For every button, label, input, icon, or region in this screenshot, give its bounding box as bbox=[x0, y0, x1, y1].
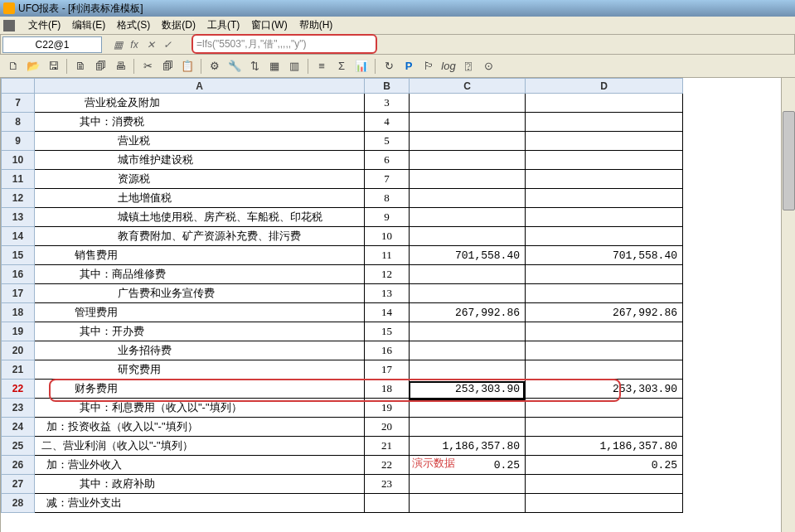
cell-a[interactable]: 其中：政府补助 bbox=[35, 475, 365, 494]
spreadsheet-grid[interactable]: A B C D 7营业税金及附加38其中：消费税49营业税510城市维护建设税6… bbox=[0, 78, 795, 532]
cell-a[interactable]: 业务招待费 bbox=[35, 341, 365, 360]
cell-a[interactable]: 管理费用 bbox=[35, 303, 365, 322]
cell-b[interactable]: 19 bbox=[365, 399, 410, 418]
confirm-icon[interactable]: ✓ bbox=[162, 39, 173, 51]
cell-a[interactable]: 其中：消费税 bbox=[35, 113, 365, 132]
col-header-c[interactable]: C bbox=[410, 79, 526, 94]
cell-c[interactable] bbox=[410, 418, 526, 437]
cell-c[interactable] bbox=[410, 360, 526, 380]
cell-c[interactable] bbox=[410, 284, 526, 303]
copy-icon[interactable]: 🗐 bbox=[159, 58, 176, 75]
cell-c[interactable] bbox=[410, 151, 526, 170]
save-icon[interactable]: 🖫 bbox=[45, 58, 61, 75]
find-icon[interactable]: ⊙ bbox=[480, 58, 497, 75]
col-header-a[interactable]: A bbox=[35, 79, 365, 94]
cell-b[interactable]: 6 bbox=[365, 151, 410, 170]
help-icon[interactable]: ⍰ bbox=[460, 58, 477, 75]
cell-c[interactable]: 253,303.90 bbox=[410, 380, 526, 399]
cell-b[interactable]: 7 bbox=[365, 170, 410, 189]
cell-b[interactable]: 22 bbox=[365, 456, 410, 475]
cell-a[interactable]: 其中：开办费 bbox=[35, 322, 365, 341]
menu-help[interactable]: 帮助(H) bbox=[294, 17, 338, 34]
cell-c[interactable]: 1,186,357.80 bbox=[410, 437, 526, 456]
cell-c[interactable] bbox=[410, 322, 526, 341]
cell-c[interactable] bbox=[410, 494, 526, 513]
cell-d[interactable]: 1,186,357.80 bbox=[526, 437, 683, 456]
cell-c[interactable] bbox=[410, 189, 526, 208]
row-header[interactable]: 24 bbox=[2, 418, 35, 437]
menu-window[interactable]: 窗口(W) bbox=[246, 17, 292, 34]
cell-c[interactable] bbox=[410, 113, 526, 132]
flag-icon[interactable]: 🏳 bbox=[420, 58, 437, 75]
cell-a[interactable]: 二、营业利润（收入以"-"填列） bbox=[35, 437, 365, 456]
cell-b[interactable]: 3 bbox=[365, 94, 410, 113]
row-header[interactable]: 26 bbox=[2, 456, 35, 475]
row-header[interactable]: 10 bbox=[2, 151, 35, 170]
cell-c[interactable] bbox=[410, 341, 526, 360]
cell-d[interactable] bbox=[526, 399, 683, 418]
cell-d[interactable]: 0.25 bbox=[526, 456, 683, 475]
cell-d[interactable] bbox=[526, 494, 683, 513]
cell-b[interactable]: 21 bbox=[365, 437, 410, 456]
cell-a[interactable]: 其中：商品维修费 bbox=[35, 265, 365, 284]
row-header[interactable]: 13 bbox=[2, 208, 35, 227]
cell-c[interactable] bbox=[410, 227, 526, 246]
p-icon[interactable]: P bbox=[400, 58, 417, 75]
menu-file[interactable]: 文件(F) bbox=[23, 17, 65, 34]
cell-d[interactable] bbox=[526, 418, 683, 437]
data-icon[interactable]: 📊 bbox=[353, 58, 370, 75]
cell-d[interactable] bbox=[526, 265, 683, 284]
cell-a[interactable]: 销售费用 bbox=[35, 246, 365, 265]
cell-a[interactable]: 加：营业外收入 bbox=[35, 456, 365, 475]
row-header[interactable]: 23 bbox=[2, 399, 35, 418]
menu-data[interactable]: 数据(D) bbox=[157, 17, 201, 34]
cell-a[interactable]: 研究费用 bbox=[35, 360, 365, 380]
print-icon[interactable]: 🖶 bbox=[112, 58, 128, 75]
cell-b[interactable]: 9 bbox=[365, 208, 410, 227]
cell-a[interactable]: 减：营业外支出 bbox=[35, 494, 365, 513]
cell-a[interactable]: 城镇土地使用税、房产税、车船税、印花税 bbox=[35, 208, 365, 227]
row-header[interactable]: 19 bbox=[2, 322, 35, 341]
cell-reference-box[interactable]: C22@1 bbox=[2, 36, 102, 53]
cell-b[interactable]: 15 bbox=[365, 322, 410, 341]
row-header[interactable]: 28 bbox=[2, 494, 35, 513]
cell-d[interactable] bbox=[526, 227, 683, 246]
cell-d[interactable]: 253,303.90 bbox=[526, 380, 683, 399]
cell-b[interactable]: 13 bbox=[365, 284, 410, 303]
cancel-icon[interactable]: ✕ bbox=[145, 39, 157, 51]
cell-a[interactable]: 资源税 bbox=[35, 170, 365, 189]
cell-d[interactable] bbox=[526, 151, 683, 170]
cell-b[interactable]: 14 bbox=[365, 303, 410, 322]
cell-c[interactable] bbox=[410, 475, 526, 494]
new-icon[interactable]: 🗋 bbox=[5, 58, 22, 75]
cell-b[interactable]: 10 bbox=[365, 227, 410, 246]
cell-c[interactable] bbox=[410, 208, 526, 227]
cell-b[interactable]: 5 bbox=[365, 132, 410, 151]
formula-input[interactable] bbox=[196, 38, 372, 50]
cell-b[interactable]: 12 bbox=[365, 265, 410, 284]
cell-d[interactable] bbox=[526, 94, 683, 113]
menu-format[interactable]: 格式(S) bbox=[112, 17, 155, 34]
preview-icon[interactable]: 🗎 bbox=[72, 58, 89, 75]
cell-c[interactable] bbox=[410, 265, 526, 284]
scrollbar-thumb[interactable] bbox=[783, 111, 795, 210]
func-icon[interactable]: ≡ bbox=[313, 58, 330, 75]
cell-c[interactable] bbox=[410, 170, 526, 189]
cell-d[interactable] bbox=[526, 170, 683, 189]
row-header[interactable]: 20 bbox=[2, 341, 35, 360]
cell-c[interactable] bbox=[410, 94, 526, 113]
cell-b[interactable]: 16 bbox=[365, 341, 410, 360]
row-header[interactable]: 15 bbox=[2, 246, 35, 265]
cell-c[interactable]: 267,992.86 bbox=[410, 303, 526, 322]
row-header[interactable]: 22 bbox=[2, 380, 35, 399]
row-header[interactable]: 12 bbox=[2, 189, 35, 208]
cell-d[interactable] bbox=[526, 132, 683, 151]
cell-d[interactable] bbox=[526, 284, 683, 303]
col-header-d[interactable]: D bbox=[526, 79, 683, 94]
chart-icon[interactable]: ▦ bbox=[112, 39, 124, 51]
tool-icon[interactable]: ⚙ bbox=[206, 58, 223, 75]
cell-b[interactable]: 4 bbox=[365, 113, 410, 132]
paste-icon[interactable]: 📋 bbox=[179, 58, 196, 75]
cell-d[interactable] bbox=[526, 360, 683, 380]
row-header[interactable]: 14 bbox=[2, 227, 35, 246]
